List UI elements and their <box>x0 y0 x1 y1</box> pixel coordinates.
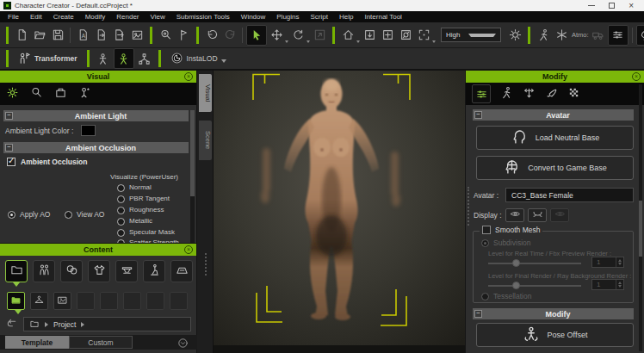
visualize-specular-radio[interactable] <box>117 229 125 237</box>
import-file-icon[interactable]: A <box>74 25 91 46</box>
menu-internal-tool[interactable]: Internal Tool <box>364 13 401 21</box>
character-tool-icon[interactable] <box>535 25 552 46</box>
back-icon[interactable] <box>5 318 18 334</box>
rotate-tool-dropdown-icon[interactable] <box>307 40 310 43</box>
quality-dropdown[interactable]: High <box>441 28 501 42</box>
vehicle-tool-icon[interactable] <box>590 25 607 46</box>
display-eye-button[interactable] <box>505 208 524 222</box>
visual-panel-header[interactable]: Visual × <box>0 71 196 83</box>
light-icon[interactable] <box>30 86 43 102</box>
breadcrumb[interactable]: Project <box>23 317 191 331</box>
ambient-occlusion-checkbox[interactable] <box>7 158 15 166</box>
avatar-name-field[interactable]: CC3_Base Female <box>505 188 634 202</box>
pose-offset-button[interactable]: Pose Offset <box>476 323 634 347</box>
modify-panel-scrollbar[interactable] <box>639 84 642 351</box>
sub-image-slot[interactable] <box>53 292 71 310</box>
pose-tool-b-icon[interactable] <box>114 48 134 69</box>
close-icon[interactable]: × <box>184 72 193 81</box>
scrollbar-thumb[interactable] <box>639 201 642 257</box>
morph-icon[interactable] <box>523 86 536 102</box>
menu-plugins[interactable]: Plugins <box>276 13 299 21</box>
view-ao-radio[interactable] <box>65 211 72 219</box>
home-view-icon[interactable] <box>339 25 356 46</box>
menu-modify[interactable]: Modify <box>85 13 106 21</box>
display-underwear-button[interactable] <box>528 208 547 222</box>
viewport-3d[interactable] <box>214 71 465 353</box>
reset-view-icon[interactable] <box>361 25 378 46</box>
menu-edit[interactable]: Edit <box>30 13 42 21</box>
pose-tool-a-icon[interactable] <box>95 48 112 69</box>
convert-game-base-button[interactable]: Convert to Game Base <box>476 156 634 180</box>
adjust-icon[interactable] <box>472 84 491 103</box>
close-button[interactable]: × <box>629 2 634 10</box>
tessellation-radio[interactable] <box>481 293 489 300</box>
collapse-icon[interactable]: − <box>5 112 13 120</box>
tab-template[interactable]: Template <box>5 336 69 349</box>
spinner-arrows-icon[interactable] <box>616 280 623 289</box>
apply-ao-radio[interactable] <box>8 211 15 219</box>
new-file-icon[interactable] <box>13 25 30 46</box>
close-icon[interactable]: × <box>184 245 193 254</box>
smooth-mesh-checkbox[interactable] <box>482 226 491 234</box>
scrollbar-thumb[interactable] <box>190 110 195 196</box>
realtime-level-slider[interactable] <box>488 263 581 264</box>
render-image-icon[interactable] <box>128 25 146 46</box>
load-neutral-base-button[interactable]: Load Neutral Base <box>476 126 634 150</box>
actor-modify-icon[interactable] <box>500 86 513 102</box>
open-project-icon[interactable] <box>31 25 48 46</box>
network-icon[interactable] <box>136 48 153 69</box>
antenna-icon[interactable] <box>636 25 644 46</box>
save-project-icon[interactable] <box>49 25 66 46</box>
collapse-icon[interactable]: − <box>5 144 13 152</box>
atmosphere-icon[interactable] <box>553 25 570 46</box>
move-tool-dropdown-icon[interactable] <box>285 40 288 43</box>
category-stage-slot[interactable] <box>170 260 193 282</box>
effects-icon[interactable] <box>78 86 91 102</box>
camera-icon[interactable] <box>54 86 67 102</box>
scale-tool-icon[interactable] <box>311 25 328 46</box>
visualize-metallic-radio[interactable] <box>117 218 125 226</box>
spinner-arrows-icon[interactable] <box>616 257 623 267</box>
category-material-slot[interactable] <box>60 260 83 282</box>
maximize-button[interactable] <box>609 3 615 9</box>
undo-icon[interactable] <box>203 25 220 46</box>
category-cloth-slot[interactable] <box>88 260 110 282</box>
modify-section[interactable]: − Modify <box>473 308 634 319</box>
direction-tool-icon[interactable] <box>175 25 192 46</box>
render-settings-icon[interactable] <box>608 25 629 46</box>
preview-light-icon[interactable] <box>506 25 523 46</box>
menu-file[interactable]: File <box>8 13 19 21</box>
move-tool-icon[interactable] <box>268 25 285 46</box>
realtime-level-spinner[interactable]: 1 <box>591 257 624 268</box>
panel-resize-handle[interactable] <box>205 253 207 276</box>
category-accessory-slot[interactable] <box>115 260 138 282</box>
menu-submission-tools[interactable]: Submission Tools <box>176 13 230 21</box>
zoom-tool-icon[interactable] <box>157 25 174 46</box>
visual-panel-scrollbar[interactable] <box>190 110 195 243</box>
collapse-icon[interactable]: − <box>474 310 482 318</box>
menu-script[interactable]: Script <box>311 13 328 21</box>
menu-render[interactable]: Render <box>116 13 139 21</box>
instalod-button[interactable]: InstaLOD <box>166 49 231 68</box>
sub-hanger-slot[interactable] <box>30 292 48 310</box>
visualize-normal-radio[interactable] <box>117 184 125 192</box>
tab-visual[interactable]: Visual <box>199 74 212 112</box>
select-tool-icon[interactable] <box>246 25 267 46</box>
modify-panel-header[interactable]: Modify × <box>466 71 644 83</box>
rotate-tool-icon[interactable] <box>289 25 307 46</box>
tab-custom[interactable]: Custom <box>69 336 133 349</box>
avatar-section[interactable]: − Avatar <box>473 109 634 121</box>
sub-folder-slot[interactable] <box>7 292 25 310</box>
collapse-icon[interactable]: − <box>474 111 482 119</box>
slider-thumb[interactable] <box>512 282 520 289</box>
category-prop-slot[interactable] <box>143 260 165 282</box>
display-settings-icon[interactable] <box>6 86 19 102</box>
texture-icon[interactable] <box>567 86 580 102</box>
panel-resize-handle[interactable] <box>468 187 469 226</box>
visualize-roughness-radio[interactable] <box>117 207 125 214</box>
send-file-icon[interactable] <box>110 25 127 46</box>
final-level-spinner[interactable]: 1 <box>591 279 624 290</box>
home-view-dropdown-icon[interactable] <box>356 40 360 43</box>
menu-window[interactable]: Window <box>241 13 265 21</box>
export-file-icon[interactable] <box>92 25 109 46</box>
